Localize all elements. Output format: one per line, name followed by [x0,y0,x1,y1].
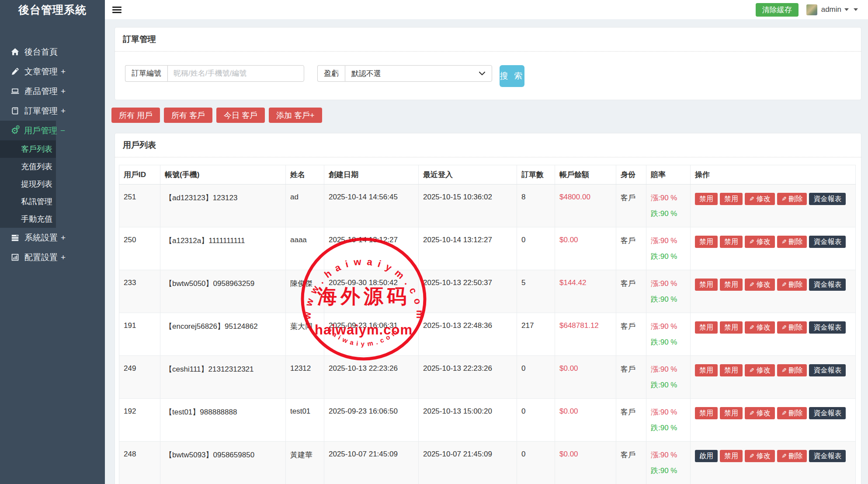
disable-button[interactable]: 禁用 [695,407,718,419]
fund-report-button[interactable]: 資金報表 [809,279,846,291]
disable-button[interactable]: 禁用 [695,321,718,334]
home-icon [11,48,19,56]
caret-down-icon[interactable] [854,8,858,11]
delete-button[interactable]: ✎刪除 [777,321,807,334]
cell-user-id: 192 [119,399,160,442]
col-last-login: 最近登入 [419,165,517,185]
sidebar-item-label: 配置設置 [24,252,58,263]
cell-role: 客戶 [616,442,646,484]
cell-ops: 禁用 禁用 ✎修改 ✎刪除 資金報表 [691,356,856,399]
search-input[interactable] [167,65,304,82]
cell-created: 2025-09-30 18:50:42 [324,270,419,313]
ban-button[interactable]: 禁用 [720,279,743,291]
edit-button[interactable]: ✎修改 [745,236,775,248]
caret-down-icon[interactable] [844,8,849,11]
cell-balance: $4800.00 [555,185,616,227]
fund-report-button[interactable]: 資金報表 [809,321,846,334]
sidebar-item-articles[interactable]: 文章管理 + [0,62,56,81]
cell-rate: 漲:90 %跌:90 % [646,442,691,484]
submenu-item-withdraw-list[interactable]: 提現列表 [0,175,56,193]
delete-button[interactable]: ✎刪除 [777,450,807,462]
cell-rate: 漲:90 %跌:90 % [646,356,691,399]
cell-orders: 0 [517,442,555,484]
sidebar-item-orders[interactable]: 訂單管理 + [0,101,56,121]
profit-label: 盈虧 [317,65,345,82]
avatar[interactable] [806,4,817,15]
all-customers-button[interactable]: 所有 客戶 [164,108,212,123]
username[interactable]: admin [821,5,841,14]
edit-button[interactable]: ✎修改 [745,450,775,462]
cell-balance: $0.00 [555,227,616,270]
ban-button[interactable]: 禁用 [720,236,743,248]
fund-report-button[interactable]: 資金報表 [809,236,846,248]
hamburger-menu-icon[interactable] [112,5,122,14]
order-number-label: 訂單編號 [125,65,167,82]
delete-button[interactable]: ✎刪除 [777,364,807,376]
fund-report-button[interactable]: 資金報表 [809,364,846,376]
user-list-title: 用戶列表 [115,133,861,157]
sidebar-item-system[interactable]: 系統設置 + [0,228,56,247]
today-customers-button[interactable]: 今日 客戶 [216,108,265,123]
submenu-item-recharge-list[interactable]: 充值列表 [0,158,56,175]
delete-button[interactable]: ✎刪除 [777,193,807,205]
disable-button[interactable]: 禁用 [695,279,718,291]
all-users-button[interactable]: 所有 用戶 [111,108,160,123]
cell-rate: 漲:90 %跌:90 % [646,399,691,442]
enable-button[interactable]: 啟用 [695,450,718,462]
submenu-item-message-mgmt[interactable]: 私訊管理 [0,193,56,210]
ban-button[interactable]: 禁用 [720,364,743,376]
delete-button[interactable]: ✎刪除 [777,407,807,419]
cell-name: 黃建華 [286,442,324,484]
sidebar-item-users[interactable]: ⚙⚙ 用戶管理 − [0,121,56,140]
sidebar: 後台管理系統 後台首頁 文章管理 + 產品管理 + 訂單管理 + [0,0,105,484]
cell-account: 【a12312a】1111111111 [160,227,286,270]
cell-last-login: 2025-10-13 15:00:20 [419,399,517,442]
disable-button[interactable]: 禁用 [695,364,718,376]
sidebar-item-home[interactable]: 後台首頁 [0,42,56,62]
cell-name: ad [286,185,324,227]
user-list-panel: 用戶列表 用戶ID 帳號(手機) 姓名 創建日期 最近登入 [115,133,861,484]
pencil-icon: ✎ [749,281,754,288]
ban-button[interactable]: 禁用 [720,407,743,419]
cell-name: 葉大同 [286,313,324,356]
ban-button[interactable]: 禁用 [720,321,743,334]
cell-ops: 禁用 禁用 ✎修改 ✎刪除 資金報表 [691,399,856,442]
sidebar-item-label: 系統設置 [24,232,58,244]
col-account: 帳號(手機) [160,165,286,185]
sidebar-item-config[interactable]: 配置設置 + [0,247,56,267]
delete-button[interactable]: ✎刪除 [777,236,807,248]
cell-user-id: 191 [119,313,160,356]
profit-select[interactable]: 默認不選 [345,65,492,82]
clear-cache-button[interactable]: 清除緩存 [756,3,799,17]
col-name: 姓名 [286,165,324,185]
ban-button[interactable]: 禁用 [720,450,743,462]
fund-report-button[interactable]: 資金報表 [809,407,846,419]
add-customer-button[interactable]: 添加 客戶+ [269,108,322,123]
panel-title: 訂單管理 [115,28,861,52]
submenu-item-manual-recharge[interactable]: 手動充值 [0,210,56,228]
edit-button[interactable]: ✎修改 [745,321,775,334]
ban-button[interactable]: 禁用 [720,193,743,205]
disable-button[interactable]: 禁用 [695,193,718,205]
edit-button[interactable]: ✎修改 [745,407,775,419]
app-title: 後台管理系統 [0,0,105,19]
order-management-panel: 訂單管理 訂單編號 盈虧 默認不選 搜 索 [115,27,861,100]
search-button[interactable]: 搜 索 [500,65,524,87]
sidebar-item-products[interactable]: 產品管理 + [0,81,56,101]
disable-button[interactable]: 禁用 [695,236,718,248]
fund-report-button[interactable]: 資金報表 [809,450,846,462]
submenu-item-customer-list[interactable]: 客戶列表 [0,140,56,158]
edit-button[interactable]: ✎修改 [745,193,775,205]
cell-account: 【bwtw5050】0958963259 [160,270,286,313]
pencil-icon [11,67,19,76]
chevron-down-icon [479,69,486,78]
cell-rate: 漲:90 %跌:90 % [646,313,691,356]
delete-button[interactable]: ✎刪除 [777,279,807,291]
cell-last-login: 2025-10-13 22:23:26 [419,356,517,399]
col-rate: 賠率 [646,165,691,185]
col-orders: 訂單數 [517,165,555,185]
fund-report-button[interactable]: 資金報表 [809,193,846,205]
edit-button[interactable]: ✎修改 [745,279,775,291]
laptop-icon [11,87,19,95]
edit-button[interactable]: ✎修改 [745,364,775,376]
